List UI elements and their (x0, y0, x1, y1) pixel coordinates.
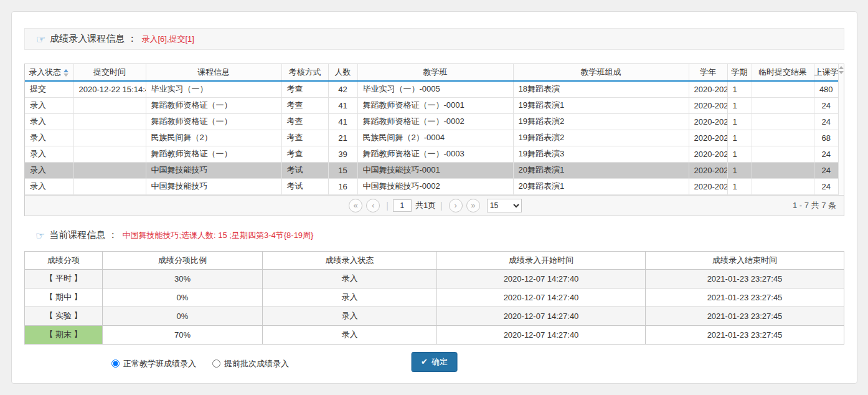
table-cell (752, 130, 814, 146)
table-cell: 舞蹈教师资格证（一） (146, 113, 281, 130)
scroll-down-icon[interactable] (839, 71, 844, 74)
column-header-9[interactable]: 临时提交结果 (752, 64, 814, 81)
table-cell: 1 (727, 81, 752, 97)
table-row[interactable]: 录入舞蹈教师资格证（一）考查41舞蹈教师资格证（一）-000119舞蹈表演120… (25, 97, 838, 113)
table-cell: 42 (328, 81, 357, 97)
table-cell: 19舞蹈表演1 (513, 97, 689, 113)
table-cell: 2020-2021 (689, 146, 727, 162)
advance-batch-entry-radio[interactable] (212, 359, 220, 368)
grade-column-header-3: 成绩录入开始时间 (437, 251, 646, 269)
grade-item-row[interactable]: 【 期末 】70%录入2020-12-07 14:27:402021-01-23… (25, 325, 844, 344)
table-cell: 19舞蹈表演2 (513, 130, 689, 146)
grade-item-row[interactable]: 【 实验 】0%录入2020-12-07 14:27:402021-01-23 … (25, 307, 844, 325)
table-cell (73, 97, 146, 113)
grade-item-cell: 2021-01-23 23:27:45 (646, 325, 844, 344)
table-cell (73, 113, 146, 130)
grade-items-table: 成绩分项成绩分项比例成绩录入状态成绩录入开始时间成绩录入结束时间 【 平时 】3… (24, 251, 844, 345)
table-vertical-scrollbar[interactable] (838, 64, 844, 195)
grade-column-header-1: 成绩分项比例 (103, 251, 263, 269)
table-cell: 中国舞技能技巧-0001 (357, 162, 513, 178)
table-row[interactable]: 录入舞蹈教师资格证（一）考查41舞蹈教师资格证（一）-000219舞蹈表演220… (25, 113, 838, 130)
table-cell: 41 (328, 113, 357, 130)
grade-item-cell: 0% (103, 288, 263, 307)
table-cell: 录入 (25, 146, 73, 162)
scroll-up-icon[interactable] (839, 66, 844, 69)
prev-page-button[interactable]: ‹ (366, 199, 380, 212)
table-cell: 民族民间舞（2）-0004 (357, 130, 513, 146)
grade-item-cell: 【 平时 】 (25, 269, 103, 288)
table-cell: 录入 (25, 113, 73, 130)
grade-item-row[interactable]: 【 期中 】0%录入2020-12-07 14:27:402021-01-23 … (25, 288, 844, 307)
table-cell: 考试 (281, 162, 328, 178)
check-icon: ✔ (421, 357, 428, 366)
table-cell (73, 162, 146, 178)
table-row[interactable]: 录入中国舞技能技巧考试16中国舞技能技巧-000220舞蹈表演12020-202… (25, 178, 838, 194)
table-cell: 2020-2021 (689, 113, 727, 130)
table-cell: 1 (727, 97, 752, 113)
next-page-button[interactable]: › (449, 199, 463, 212)
table-row[interactable]: 录入民族民间舞（2）考查21民族民间舞（2）-000419舞蹈表演22020-2… (25, 130, 838, 146)
grade-item-cell: 2021-01-23 23:27:45 (646, 288, 844, 307)
table-cell: 中国舞技能技巧-0002 (357, 178, 513, 194)
normal-class-entry-radio-label[interactable]: 正常教学班成绩录入 (111, 358, 196, 369)
table-row[interactable]: 录入舞蹈教师资格证（一）考查39舞蹈教师资格证（一）-000319舞蹈表演320… (25, 146, 838, 162)
table-cell: 24 (814, 146, 838, 162)
table-cell: 中国舞技能技巧 (146, 162, 281, 178)
table-cell: 39 (328, 146, 357, 162)
hand-pointer-icon: ☞ (36, 33, 45, 45)
table-cell: 录入 (25, 97, 73, 113)
course-table-header-row: 录入状态提交时间课程信息考核方式人数教学班教学班组成学年学期临时提交结果上课学时 (25, 64, 838, 81)
grade-item-cell: 0% (103, 307, 263, 325)
page-size-select[interactable]: 15 (487, 199, 522, 212)
table-cell: 舞蹈教师资格证（一）-0001 (357, 97, 513, 113)
column-header-0[interactable]: 录入状态 (25, 64, 73, 81)
table-row[interactable]: 录入中国舞技能技巧考试15中国舞技能技巧-000120舞蹈表演12020-202… (25, 162, 838, 178)
column-header-5[interactable]: 教学班 (357, 64, 513, 81)
column-header-4[interactable]: 人数 (328, 64, 357, 81)
table-cell: 2020-2021 (689, 178, 727, 194)
pager-divider: | (386, 201, 389, 211)
table-cell: 毕业实习（一） (146, 81, 281, 97)
sort-icon[interactable] (64, 69, 69, 77)
table-cell: 15 (328, 162, 357, 178)
grade-item-row[interactable]: 【 平时 】30%录入2020-12-07 14:27:402021-01-23… (25, 269, 844, 288)
table-cell (752, 97, 814, 113)
table-cell: 中国舞技能技巧 (146, 178, 281, 194)
column-header-8[interactable]: 学期 (727, 64, 752, 81)
table-cell: 41 (328, 97, 357, 113)
entry-mode-radio-group: 正常教学班成绩录入 提前批次成绩录入 (111, 358, 305, 369)
last-page-button[interactable]: » (466, 199, 480, 212)
table-cell: 19舞蹈表演3 (513, 146, 689, 162)
column-header-3[interactable]: 考核方式 (281, 64, 328, 81)
table-cell (752, 146, 814, 162)
column-header-10[interactable]: 上课学时 (814, 64, 838, 81)
column-header-2[interactable]: 课程信息 (146, 64, 281, 81)
column-header-7[interactable]: 学年 (689, 64, 727, 81)
table-cell: 舞蹈教师资格证（一） (146, 146, 281, 162)
table-cell: 考查 (281, 81, 328, 97)
table-row[interactable]: 提交2020-12-22 15:14:44毕业实习（一）考查42毕业实习（一）-… (25, 81, 838, 97)
table-cell: 21 (328, 130, 357, 146)
table-cell (73, 146, 146, 162)
first-page-button[interactable]: « (349, 199, 362, 212)
hand-pointer-icon: ☞ (35, 229, 45, 242)
page-number-input[interactable] (393, 199, 412, 212)
table-cell: 舞蹈教师资格证（一）-0003 (357, 146, 513, 162)
table-cell: 考查 (281, 130, 328, 146)
grade-entry-course-header: ☞ 成绩录入课程信息 ： 录入[6],提交[1] (24, 28, 844, 50)
normal-class-entry-radio[interactable] (111, 359, 120, 368)
table-cell: 24 (814, 162, 838, 178)
table-cell: 舞蹈教师资格证（一）-0002 (357, 113, 513, 130)
column-header-1[interactable]: 提交时间 (73, 64, 146, 81)
pager-divider: | (440, 201, 443, 211)
table-cell (73, 178, 146, 194)
column-header-6[interactable]: 教学班组成 (513, 64, 689, 81)
table-cell: 考查 (281, 146, 328, 162)
advance-batch-entry-radio-label[interactable]: 提前批次成绩录入 (212, 358, 289, 369)
table-cell: 2020-2021 (689, 81, 727, 97)
course-grid: 录入状态提交时间课程信息考核方式人数教学班教学班组成学年学期临时提交结果上课学时… (24, 64, 844, 216)
confirm-button[interactable]: ✔确定 (411, 352, 458, 372)
table-cell: 2020-2021 (689, 97, 727, 113)
grade-item-cell: 2020-12-07 14:27:40 (437, 307, 646, 325)
table-cell: 提交 (25, 81, 73, 97)
